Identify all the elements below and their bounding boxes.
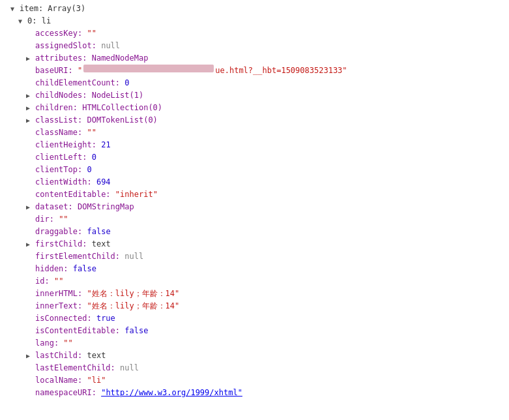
property-value: false — [87, 226, 110, 238]
property-value: "姓名：lily；年龄：14" — [87, 300, 179, 312]
list-item: accessKey: "" — [0, 27, 509, 40]
list-item: firstChild: text — [0, 238, 509, 250]
property-value-end: ue.html?__hbt=1509083523133" — [215, 65, 347, 77]
list-item: innerText: "姓名：lily；年龄：14" — [0, 300, 509, 312]
property-key: clientHeight: — [35, 139, 101, 151]
redacted-value — [83, 65, 214, 72]
property-value: false — [73, 263, 96, 275]
property-value: "" — [59, 213, 68, 226]
list-item: clientHeight: 21 — [0, 139, 509, 151]
property-key: innerHTML: — [35, 288, 87, 300]
property-key: isConnected: — [35, 312, 96, 325]
property-value: "inherit" — [115, 188, 158, 201]
list-item: hidden: false — [0, 263, 509, 275]
expand-arrow[interactable] — [18, 15, 27, 27]
expand-arrow[interactable] — [26, 238, 35, 250]
property-key: firstElementChild: — [35, 250, 124, 263]
property-value: null — [120, 362, 139, 374]
property-value-start: " — [78, 65, 82, 77]
property-key: clientLeft: — [35, 151, 92, 164]
property-key: 0: li — [27, 15, 51, 27]
list-item: 0: li — [0, 15, 509, 27]
property-key: hidden: — [35, 263, 73, 275]
property-key: contentEditable: — [35, 188, 115, 201]
property-value: 694 — [96, 176, 111, 188]
property-key: id: — [35, 275, 54, 288]
property-value: text — [92, 238, 111, 250]
list-item: childElementCount: 0 — [0, 77, 509, 89]
list-item: clientTop: 0 — [0, 164, 509, 176]
property-key: clientWidth: — [35, 176, 96, 188]
property-key: className: — [35, 127, 87, 139]
console-panel: item: Array(3) 0: li accessKey: "" assig… — [0, 0, 509, 402]
property-key: lastElementChild: — [35, 362, 120, 374]
property-value: 0 — [92, 151, 96, 164]
property-key: firstChild: — [35, 238, 92, 250]
property-value: "" — [87, 27, 96, 40]
property-key: attributes: NamedNodeMap — [35, 52, 148, 65]
property-value: "" — [63, 337, 72, 350]
property-key: assignedSlot: — [35, 40, 101, 52]
list-item: firstElementChild: null — [0, 250, 509, 263]
list-item: item: Array(3) — [0, 3, 509, 15]
property-key: accessKey: — [35, 27, 87, 40]
property-key: clientTop: — [35, 164, 87, 176]
property-value: false — [124, 325, 148, 337]
property-key: childElementCount: — [35, 77, 124, 89]
property-key: dataset: DOMStringMap — [35, 201, 134, 213]
list-item: clientWidth: 694 — [0, 176, 509, 188]
list-item: draggable: false — [0, 226, 509, 238]
expand-arrow[interactable] — [26, 102, 35, 114]
list-item: lang: "" — [0, 337, 509, 350]
property-key: innerText: — [35, 300, 87, 312]
list-item: clientLeft: 0 — [0, 151, 509, 164]
property-key: item: Array(3) — [20, 3, 85, 15]
property-key: classList: DOMTokenList(0) — [35, 114, 158, 127]
property-key: dir: — [35, 213, 59, 226]
property-key: childNodes: NodeList(1) — [35, 89, 143, 102]
property-value: 0 — [124, 77, 129, 89]
expand-arrow[interactable] — [10, 3, 20, 15]
list-item: isConnected: true — [0, 312, 509, 325]
property-value: text — [87, 350, 106, 362]
property-key: lang: — [35, 337, 63, 350]
expand-arrow[interactable] — [26, 89, 35, 102]
property-value: 21 — [101, 139, 110, 151]
list-item: classList: DOMTokenList(0) — [0, 114, 509, 127]
property-key: localName: — [35, 374, 87, 387]
list-item: assignedSlot: null — [0, 40, 509, 52]
property-value: 0 — [87, 164, 91, 176]
expand-arrow[interactable] — [26, 350, 35, 362]
property-value: null — [101, 40, 120, 52]
property-value[interactable]: "http://www.w3.org/1999/xhtml" — [101, 387, 242, 399]
list-item: contentEditable: "inherit" — [0, 188, 509, 201]
list-item: namespaceURI: "http://www.w3.org/1999/xh… — [0, 387, 509, 399]
expand-arrow[interactable] — [26, 201, 35, 213]
list-item: dir: "" — [0, 213, 509, 226]
list-item: lastChild: text — [0, 350, 509, 362]
list-item: isContentEditable: false — [0, 325, 509, 337]
property-value: null — [124, 250, 143, 263]
list-item: baseURI: " ue.html?__hbt=1509083523133" — [0, 65, 509, 77]
list-item: children: HTMLCollection(0) — [0, 102, 509, 114]
property-key: isContentEditable: — [35, 325, 124, 337]
list-item: childNodes: NodeList(1) — [0, 89, 509, 102]
list-item: dataset: DOMStringMap — [0, 201, 509, 213]
property-value: "姓名：lily；年龄：14" — [87, 288, 179, 300]
list-item: className: "" — [0, 127, 509, 139]
expand-arrow[interactable] — [26, 52, 35, 65]
list-item: id: "" — [0, 275, 509, 288]
property-value: "" — [87, 127, 96, 139]
property-key: namespaceURI: — [35, 387, 101, 399]
property-key: draggable: — [35, 226, 87, 238]
list-item: lastElementChild: null — [0, 362, 509, 374]
list-item: attributes: NamedNodeMap — [0, 52, 509, 65]
property-key: lastChild: — [35, 350, 87, 362]
expand-arrow[interactable] — [26, 114, 35, 127]
list-item: innerHTML: "姓名：lily；年龄：14" — [0, 288, 509, 300]
property-key: children: HTMLCollection(0) — [35, 102, 162, 114]
property-value: "li" — [87, 374, 106, 387]
property-key: baseURI: — [35, 65, 78, 77]
property-value: true — [96, 312, 115, 325]
list-item: localName: "li" — [0, 374, 509, 387]
